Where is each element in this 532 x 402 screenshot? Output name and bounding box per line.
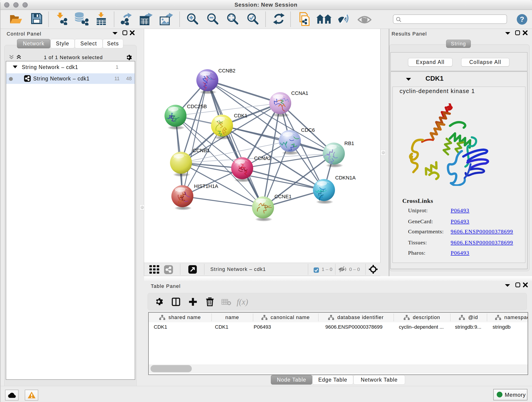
svg-text:CCNA2: CCNA2 [254,155,271,161]
svg-text:CDC6: CDC6 [301,127,315,133]
svg-text:CDK1: CDK1 [234,113,247,119]
svg-text:CDKN1A: CDKN1A [335,175,356,181]
svg-text:RB1: RB1 [344,140,354,146]
svg-text:CCNE1: CCNE1 [274,194,292,199]
svg-text:CCNA1: CCNA1 [291,90,308,96]
svg-text:CCNB1: CCNB1 [193,148,210,153]
svg-text:?: ? [520,15,524,23]
svg-text:CDC25B: CDC25B [187,104,207,109]
svg-text:HIST1H1A: HIST1H1A [194,183,218,189]
svg-text:CCNB2: CCNB2 [218,68,235,74]
